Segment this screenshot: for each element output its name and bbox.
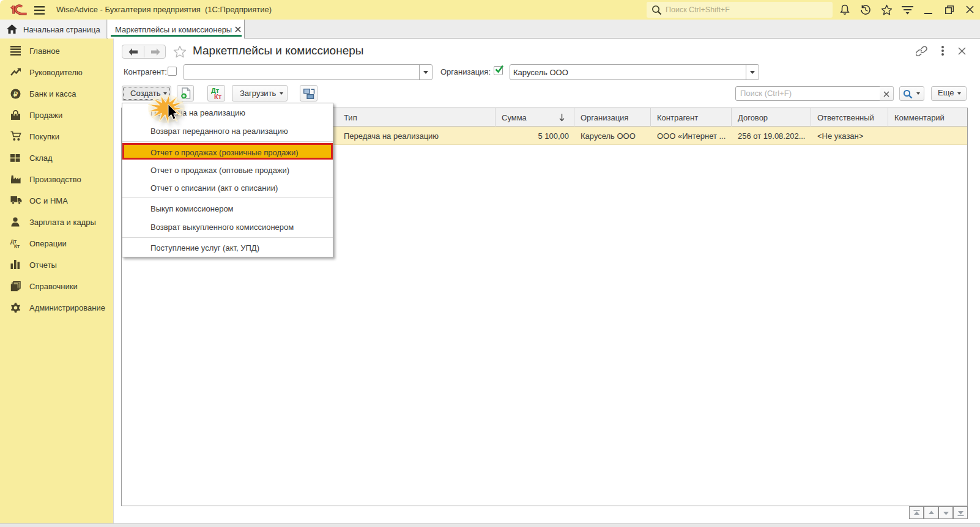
svg-text:Кт: Кт — [14, 243, 20, 249]
svg-text:₽: ₽ — [13, 90, 18, 98]
